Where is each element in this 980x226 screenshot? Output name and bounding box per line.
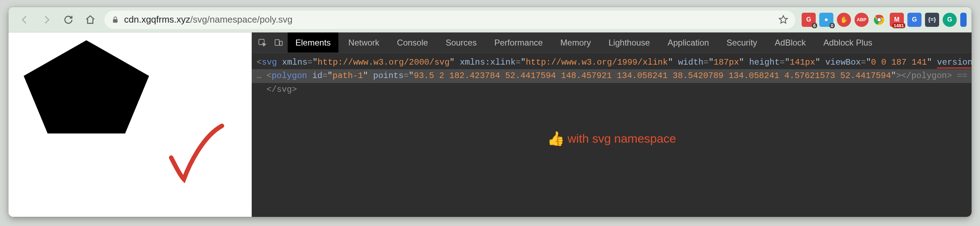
content-area: Elements Network Console Sources Perform…	[8, 32, 972, 217]
inspect-element-icon[interactable]	[255, 36, 269, 50]
bookmark-star-icon[interactable]	[778, 15, 788, 25]
extension-braces-icon[interactable]: {=}	[925, 13, 939, 27]
device-toolbar-icon[interactable]	[271, 36, 286, 50]
svg-open-tag[interactable]: <svg xmlns="http://www.w3.org/2000/svg" …	[257, 56, 967, 69]
tab-adblock-plus[interactable]: Adblock Plus	[816, 32, 880, 53]
back-button[interactable]	[17, 12, 32, 27]
extension-icons: G6 ●0 ✋ ABP M1481 G {=} G	[802, 13, 967, 27]
thumbs-up-icon: 👍	[547, 127, 565, 150]
tab-lighthouse[interactable]: Lighthouse	[601, 32, 657, 53]
annotation-label: with svg namespace	[568, 129, 676, 148]
checkmark-annotation	[164, 121, 227, 184]
tab-performance[interactable]: Performance	[487, 32, 550, 53]
address-bar[interactable]: cdn.xgqfrms.xyz/svg/namespace/poly.svg	[104, 11, 795, 29]
extension-chrome-icon[interactable]	[872, 13, 886, 27]
home-icon	[85, 14, 95, 25]
extension-translate-icon[interactable]: G	[907, 13, 921, 27]
tab-security[interactable]: Security	[719, 32, 765, 53]
lock-icon	[111, 16, 119, 24]
extension-gmail-icon[interactable]: M1481	[890, 13, 904, 27]
rendered-svg-pane	[8, 32, 252, 217]
polygon-tag-selected[interactable]: … <polygon id="path-1" points="93.5 2 18…	[252, 69, 972, 83]
pentagon-svg	[21, 39, 152, 140]
extension-icon[interactable]: ✋	[837, 13, 851, 27]
url-host: cdn.xgqfrms.xyz	[124, 14, 190, 25]
devtools-tabs: Elements Network Console Sources Perform…	[252, 32, 972, 53]
devtools-panel: Elements Network Console Sources Perform…	[252, 32, 972, 217]
tab-network[interactable]: Network	[340, 32, 387, 53]
arrow-left-icon	[19, 14, 30, 25]
svg-rect-6	[275, 40, 279, 45]
browser-window: cdn.xgqfrms.xyz/svg/namespace/poly.svg G…	[8, 7, 972, 217]
extension-abp-icon[interactable]: ABP	[854, 13, 869, 27]
svg-marker-4	[24, 40, 149, 133]
url-path: /svg/namespace/poly.svg	[190, 14, 293, 25]
extension-icon[interactable]: ●0	[819, 13, 834, 27]
svg-close-tag[interactable]: </svg>	[257, 83, 967, 96]
svg-rect-0	[113, 19, 118, 22]
tab-sources[interactable]: Sources	[438, 32, 484, 53]
ellipsis-icon[interactable]: …	[257, 69, 267, 83]
tab-memory[interactable]: Memory	[553, 32, 599, 53]
arrow-right-icon	[41, 14, 52, 25]
tab-application[interactable]: Application	[660, 32, 717, 53]
extension-icon[interactable]	[960, 13, 967, 27]
elements-tree[interactable]: <svg xmlns="http://www.w3.org/2000/svg" …	[252, 53, 972, 217]
extension-grammarly-icon[interactable]: G	[943, 13, 957, 27]
extension-icon[interactable]: G6	[802, 13, 816, 27]
annotation-text: 👍 with svg namespace	[547, 127, 676, 150]
url-text: cdn.xgqfrms.xyz/svg/namespace/poly.svg	[124, 14, 293, 25]
svg-point-3	[877, 18, 881, 21]
tab-elements[interactable]: Elements	[288, 32, 339, 53]
reload-button[interactable]	[60, 12, 76, 27]
tab-console[interactable]: Console	[389, 32, 436, 53]
reload-icon	[63, 14, 74, 25]
chrome-icon	[873, 14, 885, 26]
browser-toolbar: cdn.xgqfrms.xyz/svg/namespace/poly.svg G…	[8, 7, 972, 32]
home-button[interactable]	[83, 12, 98, 27]
tab-adblock[interactable]: AdBlock	[767, 32, 814, 53]
svg-rect-7	[280, 41, 282, 45]
forward-button[interactable]	[39, 12, 54, 27]
